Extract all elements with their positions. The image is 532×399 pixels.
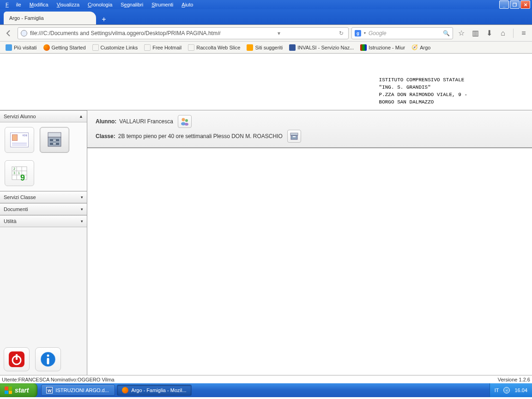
svg-rect-27 xyxy=(291,135,297,139)
sidebar-section-classe[interactable]: Servizi Classe▾ xyxy=(0,191,87,203)
page-icon xyxy=(144,44,151,51)
menu-file[interactable]: File xyxy=(2,1,25,8)
page-icon xyxy=(92,44,99,51)
bookmark-most-visited[interactable]: Più visitati xyxy=(3,43,40,52)
bookmark-istruzione[interactable]: Istruzione - Miur xyxy=(357,43,408,52)
back-icon xyxy=(5,29,13,37)
close-button[interactable]: ✕ xyxy=(520,0,530,9)
change-class-button[interactable] xyxy=(287,130,301,143)
search-go-icon[interactable]: 🔍 xyxy=(443,30,450,36)
expand-down-icon: ▾ xyxy=(81,195,83,200)
word-doc-icon: W xyxy=(46,387,53,393)
start-button[interactable]: start xyxy=(0,383,37,397)
new-tab-button[interactable]: + xyxy=(98,14,110,24)
window-controls: _ ❐ ✕ xyxy=(499,0,530,9)
svg-point-22 xyxy=(181,118,185,121)
site-identity-icon xyxy=(21,30,27,36)
svg-rect-0 xyxy=(48,133,61,137)
tray-expand-icon[interactable]: < xyxy=(503,387,510,393)
people-icon xyxy=(180,116,190,127)
url-bar[interactable]: file:///C:/Documents and Settings/vilma.… xyxy=(18,27,349,39)
main-empty-area xyxy=(87,148,532,375)
bookmark-argo[interactable]: 🧭Argo xyxy=(409,43,433,52)
row-alunno: Alunno: VALLAURI Francesca xyxy=(96,114,524,129)
menu-bookmarks[interactable]: Segnalibri xyxy=(117,1,147,8)
site-icon xyxy=(289,44,296,51)
menu-history[interactable]: Cronologia xyxy=(84,1,116,8)
downloads-icon[interactable]: ⬇ xyxy=(484,28,495,39)
svg-point-20 xyxy=(47,355,49,357)
tray-clock[interactable]: 16.04 xyxy=(514,387,527,393)
svg-point-25 xyxy=(185,123,188,126)
window-titlebar: File Modifica Visualizza Cronologia Segn… xyxy=(0,0,532,9)
value-classe: 2B tempo pieno per 40 ore settimanali Pl… xyxy=(118,133,283,139)
bookmark-invalsi[interactable]: INVALSI - Servizio Naz... xyxy=(286,43,357,52)
sidebar-bottom-buttons xyxy=(0,344,87,375)
navigation-toolbar: file:///C:/Documents and Settings/vilma.… xyxy=(0,25,532,42)
tile-archivio[interactable] xyxy=(40,127,69,153)
minimize-button[interactable]: _ xyxy=(499,0,509,9)
svg-rect-5 xyxy=(53,143,56,145)
menu-view[interactable]: Visualizza xyxy=(53,1,83,8)
info-button[interactable] xyxy=(35,347,61,371)
svg-text:2: 2 xyxy=(13,167,15,170)
sidebar-section-utilita[interactable]: Utilità▾ xyxy=(0,215,87,227)
bookmark-customize-links[interactable]: Customize Links xyxy=(90,43,141,52)
search-bar[interactable]: g ▾ Google 🔍 xyxy=(351,27,453,39)
label-classe: Classe: xyxy=(96,133,115,139)
menu-help[interactable]: Aiuto xyxy=(178,1,197,8)
menu-edit[interactable]: Modifica xyxy=(26,1,52,8)
taskbar-item-word[interactable]: W ISTRUZIONI ARGO.d... xyxy=(41,385,115,396)
back-button[interactable] xyxy=(3,27,15,39)
svg-text:1: 1 xyxy=(18,171,20,175)
reload-icon[interactable]: ↻ xyxy=(337,30,345,36)
tab-title: Argo - Famiglia xyxy=(9,15,44,21)
row-classe: Classe: 2B tempo pieno per 40 ore settim… xyxy=(96,129,524,144)
google-search-icon: g xyxy=(355,30,361,36)
home-icon[interactable]: ⌂ xyxy=(497,28,508,39)
info-icon xyxy=(39,351,57,368)
windows-logo-icon xyxy=(5,387,12,394)
bookmark-siti-suggeriti[interactable]: Siti suggeriti xyxy=(244,43,285,52)
status-version: Versione 1.2.6 xyxy=(498,377,530,382)
school-line1: ISTITUTO COMPRENSIVO STATALE xyxy=(379,77,467,84)
value-alunno: VALLAURI Francesca xyxy=(119,118,173,125)
site-icon xyxy=(360,44,367,51)
file-cabinet-icon xyxy=(45,131,64,149)
bookmark-star-icon[interactable]: ☆ xyxy=(456,28,467,39)
school-info: ISTITUTO COMPRENSIVO STATALE "ING. S. GR… xyxy=(379,77,467,106)
tile-voti[interactable]: 2 3 1 9 xyxy=(5,160,34,186)
search-placeholder: Google xyxy=(369,30,387,36)
sidebar-section-alunno[interactable]: Servizi Alunno▲ xyxy=(0,110,87,122)
suggested-icon xyxy=(247,44,253,51)
logout-button[interactable] xyxy=(4,347,30,371)
collapse-up-icon: ▲ xyxy=(79,114,83,119)
system-tray: IT < 16.04 xyxy=(490,383,532,397)
menu-hamburger-icon[interactable]: ≡ xyxy=(518,28,529,39)
firefox-icon xyxy=(122,387,128,393)
separator xyxy=(513,29,514,38)
menu-tools[interactable]: Strumenti xyxy=(148,1,177,8)
sidebar-spacer xyxy=(0,227,87,344)
status-user: Utente:FRANCESCA Nominativo:OGGERO Vilma xyxy=(2,377,115,382)
bookmark-getting-started[interactable]: Getting Started xyxy=(41,43,89,52)
sidebar-section-documenti[interactable]: Documenti▾ xyxy=(0,203,87,215)
svg-rect-21 xyxy=(47,358,49,364)
change-student-button[interactable] xyxy=(178,115,192,128)
bookmark-webslice[interactable]: Raccolta Web Slice xyxy=(185,43,243,52)
svg-rect-17 xyxy=(16,354,18,360)
library-icon[interactable]: ▥ xyxy=(470,28,481,39)
browser-tab[interactable]: Argo - Famiglia xyxy=(4,12,96,24)
stop-reload-dropdown-icon[interactable]: ▾ xyxy=(276,30,282,36)
expand-down-icon: ▾ xyxy=(81,207,83,212)
taskbar-item-firefox[interactable]: Argo - Famiglia - Mozil... xyxy=(117,385,191,396)
windows-taskbar: start W ISTRUZIONI ARGO.d... Argo - Fami… xyxy=(0,383,532,397)
page-icon xyxy=(188,44,194,51)
tile-anagrafica[interactable]: KDE xyxy=(5,127,34,153)
bookmark-free-hotmail[interactable]: Free Hotmail xyxy=(141,43,184,52)
svg-text:9: 9 xyxy=(20,173,25,182)
search-engine-dropdown-icon[interactable]: ▾ xyxy=(364,31,366,35)
maximize-button[interactable]: ❐ xyxy=(510,0,520,9)
svg-rect-26 xyxy=(290,133,298,135)
tray-language[interactable]: IT xyxy=(495,387,499,393)
